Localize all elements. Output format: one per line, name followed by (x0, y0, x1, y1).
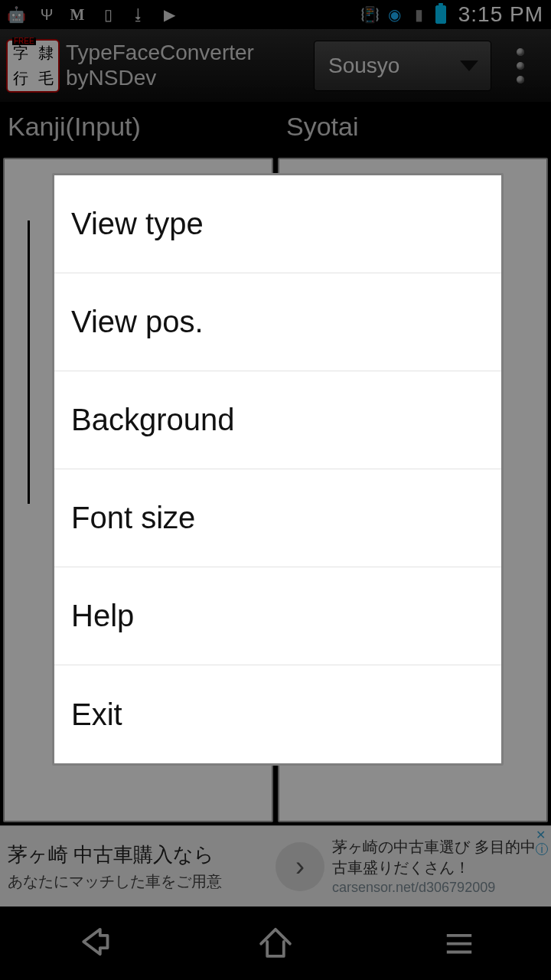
menu-item-view-pos[interactable]: View pos. (54, 273, 501, 371)
menu-item-exit[interactable]: Exit (54, 665, 501, 763)
menu-item-label: Font size (71, 501, 195, 535)
menu-item-label: Help (71, 599, 134, 633)
options-menu-dialog: View type View pos. Background Font size… (52, 173, 504, 766)
menu-item-label: View type (71, 207, 204, 241)
menu-item-view-type[interactable]: View type (54, 175, 501, 273)
menu-item-font-size[interactable]: Font size (54, 469, 501, 567)
menu-item-label: View pos. (71, 305, 204, 339)
menu-item-label: Background (71, 403, 234, 437)
menu-item-help[interactable]: Help (54, 567, 501, 665)
menu-item-label: Exit (71, 697, 122, 732)
menu-item-background[interactable]: Background (54, 371, 501, 469)
